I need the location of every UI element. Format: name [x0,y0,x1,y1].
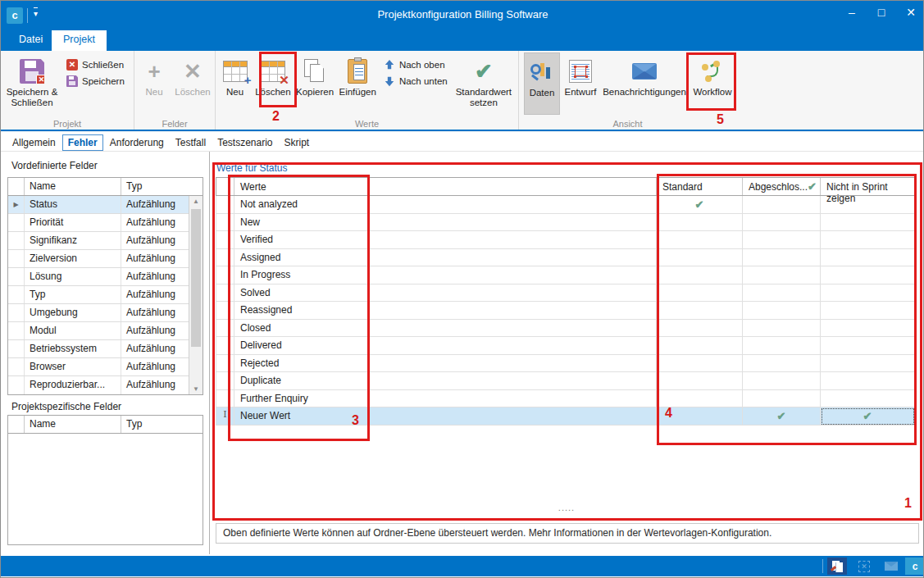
ribbon: ✕ Speichern & Schließen ✕ Schließen Spei… [1,51,924,130]
table-row[interactable]: UmgebungAufzählung [8,304,189,322]
app-logo-status-icon[interactable]: c [905,558,924,575]
table-row[interactable]: In Progress [216,266,915,284]
einfuegen-button[interactable]: Einfügen [337,52,379,115]
table-row[interactable]: BetriebssystemAufzählung [8,340,189,358]
empty-table-body[interactable] [8,434,203,544]
table-row[interactable]: Closed [216,320,915,338]
einfuegen-label: Einfügen [339,87,376,98]
column-header-sprint[interactable]: Nicht in Sprint zeigen [821,178,915,195]
save-project-button[interactable]: Speichern [66,75,125,87]
document-tabs: Allgemein Fehler Anforderung Testfall Te… [1,134,924,152]
values-panel-title: Werte für Status [216,162,287,174]
column-header-name[interactable]: Name [25,416,121,433]
grid-header-row: Werte Standard Abgeschlos...✔ Nicht in S… [216,177,915,196]
splitter-handle[interactable]: ..... [526,503,608,512]
mail-icon [632,63,657,80]
tab-testszenario[interactable]: Testszenario [212,135,277,150]
standardwert-setzen-button[interactable]: ✔ Standardwert setzen [451,52,517,115]
tab-anforderung[interactable]: Anforderung [105,135,169,150]
close-label: Schließen [82,60,124,70]
table-row[interactable]: LösungAufzählung [8,268,189,286]
table-row[interactable]: TypAufzählung [8,286,189,304]
edit-indicator: I [216,407,234,426]
daten-button[interactable]: Daten [524,52,560,115]
save-floppy-icon [66,75,78,87]
save-close-label: Speichern & Schließen [5,87,59,108]
nach-oben-button[interactable]: Nach oben [384,59,448,71]
table-row[interactable]: ModulAufzählung [8,322,189,340]
tab-skript[interactable]: Skript [280,135,315,150]
plus-icon: + [148,56,160,87]
tab-fehler[interactable]: Fehler [62,134,103,151]
table-row[interactable]: ▶StatusAufzählung [8,196,189,214]
tab-projekt[interactable]: Projekt [52,30,107,51]
table-row[interactable]: Assigned [216,249,915,267]
kopieren-label: Kopieren [296,87,334,98]
close-button[interactable]: ✕ [904,6,918,19]
copy-pages-icon[interactable] [827,558,847,575]
table-row[interactable]: ZielversionAufzählung [8,250,189,268]
table-row[interactable]: Duplicate [216,372,915,390]
werte-loeschen-button[interactable]: ✕ Löschen [253,52,293,115]
table-row[interactable]: Reassigned [216,302,915,320]
table-row[interactable]: New [216,214,915,232]
standardwert-label: Standardwert setzen [453,87,514,108]
column-header-werte[interactable]: Werte [234,178,657,195]
nach-unten-button[interactable]: Nach unten [384,75,448,87]
annotation-number-1: 1 [904,496,912,511]
table-row[interactable]: SignifikanzAufzählung [8,232,189,250]
scrollbar-thumb[interactable] [191,209,201,347]
table-row[interactable]: Reproduzierbar...Aufzählung [8,376,189,394]
table-row[interactable]: Further Enquiry [216,390,915,408]
entwurf-button[interactable]: Entwurf [560,52,601,115]
ribbon-group-projekt: ✕ Speichern & Schließen ✕ Schließen Spei… [1,51,134,130]
row-indicator-header [8,178,25,195]
table-row[interactable]: BrowserAufzählung [8,358,189,376]
felder-neu-button[interactable]: + Neu [136,52,172,115]
group-label-projekt: Projekt [1,119,134,129]
benachrichtigungen-button[interactable]: Benachrichtigungen [601,52,688,115]
window-title: Projektkonfiguration Billing Software [1,8,924,20]
panel-divider[interactable] [209,152,210,554]
minimize-button[interactable]: – [844,6,859,19]
column-header-standard[interactable]: Standard [657,178,743,195]
entwurf-label: Entwurf [565,87,597,98]
kopieren-button[interactable]: Kopieren [294,52,337,115]
table-delete-icon: ✕ [261,61,285,82]
felder-loeschen-button[interactable]: ✕ Löschen [172,52,213,115]
tab-datei[interactable]: Datei [7,30,54,51]
close-project-button[interactable]: ✕ Schließen [66,59,125,71]
scroll-up-icon[interactable]: ▲ [189,198,203,205]
benachrichtigungen-label: Benachrichtigungen [603,87,686,98]
mail-status-icon[interactable] [881,558,901,575]
selection-icon[interactable]: ✕ [854,558,874,575]
tab-allgemein[interactable]: Allgemein [7,135,61,150]
paste-icon [348,59,367,84]
close-red-x-icon: ✕ [66,59,78,71]
current-row-arrow-icon: ▶ [8,196,25,213]
column-header-typ[interactable]: Typ [121,178,189,195]
maximize-button[interactable]: □ [874,6,889,19]
table-row[interactable]: PrioritätAufzählung [8,214,189,232]
workflow-icon [700,59,725,84]
table-row[interactable]: Delivered [216,337,915,355]
tab-testfall[interactable]: Testfall [171,135,211,150]
column-header-typ[interactable]: Typ [121,416,189,433]
table-row[interactable]: Verified [216,231,915,249]
column-header-abgeschlossen[interactable]: Abgeschlos...✔ [743,178,821,195]
table-row-selected[interactable]: INeuer Wert✔✔ [216,407,915,426]
scroll-down-icon[interactable]: ▼ [189,385,203,393]
values-grid: Werte Standard Abgeschlos...✔ Nicht in S… [216,177,915,426]
workflow-button[interactable]: Workflow [690,52,735,115]
footer-note: Oben definierte Werte können auf Ordner-… [216,523,919,544]
table-row[interactable]: Not analyzed✔ [216,196,915,214]
werte-neu-button[interactable]: + Neu [217,52,253,115]
table-row[interactable]: Rejected [216,355,915,373]
table-row[interactable]: Solved [216,284,915,303]
ribbon-divider [1,130,924,132]
scrollbar[interactable]: ▲ ▼ [189,196,203,394]
title-bar: c ▾ Projektkonfiguration Billing Softwar… [1,1,924,30]
save-and-close-button[interactable]: ✕ Speichern & Schließen [2,52,61,115]
column-header-name[interactable]: Name [25,178,121,195]
predefined-fields-table: Name Typ ▶StatusAufzählung PrioritätAufz… [7,177,203,395]
